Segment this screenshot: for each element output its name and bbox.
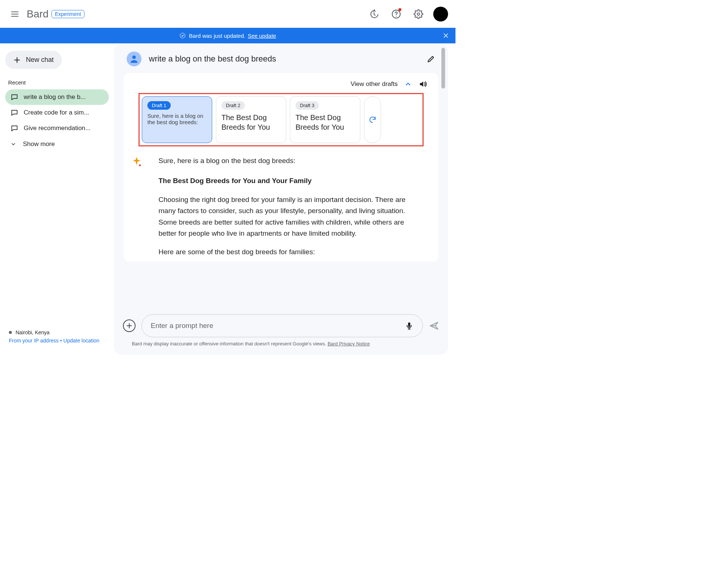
speaker-icon[interactable] [418, 80, 427, 89]
new-chat-button[interactable]: New chat [5, 51, 62, 69]
chat-bubble-icon [10, 124, 19, 132]
menu-icon[interactable] [7, 7, 22, 21]
add-button[interactable] [123, 319, 136, 332]
show-more-button[interactable]: Show more [5, 136, 109, 152]
location-text: Nairobi, Kenya [16, 329, 50, 335]
prompt-text: write a blog on the best dog breeds [149, 54, 419, 64]
help-icon[interactable] [389, 7, 404, 21]
user-avatar[interactable] [433, 7, 448, 21]
response-card: View other drafts Draft 1 Sure, here is … [124, 73, 438, 262]
new-chat-label: New chat [26, 56, 54, 64]
sidebar: New chat Recent write a blog on the b...… [0, 43, 114, 355]
draft-card[interactable]: Draft 3 The Best Dog Breeds for You [290, 96, 360, 143]
disclaimer: Bard may display inaccurate or offensive… [123, 337, 439, 352]
chat-item[interactable]: Give recommendation... [5, 120, 109, 136]
main: write a blog on the best dog breeds View… [114, 43, 455, 355]
settings-icon[interactable] [411, 7, 426, 21]
response-heading: The Best Dog Breeds for You and Your Fam… [158, 175, 424, 186]
svg-rect-4 [408, 322, 410, 327]
chat-item-label: Create code for a sim... [24, 109, 89, 116]
draft-badge: Draft 3 [295, 101, 319, 110]
chat-bubble-icon [10, 93, 19, 101]
response-paragraph: Choosing the right dog breed for your fa… [158, 194, 424, 239]
send-icon[interactable] [429, 321, 439, 331]
chat-item[interactable]: Create code for a sim... [5, 105, 109, 120]
header: Bard Experiment [0, 0, 455, 28]
banner-close-icon[interactable] [442, 32, 450, 39]
chevron-up-icon[interactable] [404, 80, 412, 88]
location-footer: Nairobi, Kenya From your IP address • Up… [5, 329, 109, 347]
notification-dot [398, 8, 401, 11]
draft-badge: Draft 1 [147, 101, 171, 110]
chat-item-label: Give recommendation... [24, 125, 90, 132]
view-drafts-toggle[interactable]: View other drafts [351, 80, 398, 88]
update-location-link[interactable]: Update location [63, 338, 99, 344]
svg-point-2 [180, 33, 186, 38]
response-body: Sure, here is a blog on the best dog bre… [124, 146, 438, 262]
drafts-panel: Draft 1 Sure, here is a blog on the best… [138, 93, 424, 146]
regenerate-button[interactable] [364, 96, 381, 143]
prompt-row: write a blog on the best dog breeds [114, 43, 448, 73]
prompt-input[interactable]: Enter a prompt here [141, 314, 423, 337]
experiment-badge: Experiment [51, 10, 84, 18]
prompt-placeholder: Enter a prompt here [151, 322, 213, 330]
activity-icon[interactable] [367, 7, 381, 21]
recent-label: Recent [8, 79, 109, 86]
banner-text: Bard was just updated. [189, 33, 246, 39]
show-more-label: Show more [23, 140, 55, 148]
svg-point-1 [417, 13, 420, 15]
location-dot-icon [9, 331, 12, 334]
user-prompt-avatar [127, 52, 141, 66]
scrollbar-thumb[interactable] [441, 48, 445, 89]
ip-source-link[interactable]: From your IP address [9, 338, 59, 344]
svg-point-3 [132, 56, 136, 59]
chat-bubble-icon [10, 109, 19, 117]
input-area: Enter a prompt here Bard may display ina… [114, 308, 448, 355]
response-paragraph: Here are some of the best dog breeds for… [158, 246, 424, 258]
mic-icon[interactable] [405, 321, 414, 330]
update-banner: Bard was just updated. See update [0, 28, 455, 43]
privacy-link[interactable]: Bard Privacy Notice [328, 341, 370, 346]
logo: Bard [27, 8, 49, 20]
draft-badge: Draft 2 [221, 101, 245, 110]
response-intro: Sure, here is a blog on the best dog bre… [158, 155, 424, 166]
draft-card[interactable]: Draft 2 The Best Dog Breeds for You [216, 96, 286, 143]
draft-preview: The Best Dog Breeds for You [295, 113, 355, 132]
draft-preview: Sure, here is a blog on the best dog bre… [147, 113, 207, 125]
chat-item[interactable]: write a blog on the b... [5, 89, 109, 105]
draft-preview: The Best Dog Breeds for You [221, 113, 281, 132]
chat-item-label: write a blog on the b... [24, 93, 86, 101]
edit-icon[interactable] [427, 54, 435, 63]
banner-link[interactable]: See update [248, 33, 276, 39]
disclaimer-text: Bard may display inaccurate or offensive… [132, 341, 326, 346]
sparkle-icon [131, 156, 142, 167]
draft-card[interactable]: Draft 1 Sure, here is a blog on the best… [142, 96, 212, 143]
